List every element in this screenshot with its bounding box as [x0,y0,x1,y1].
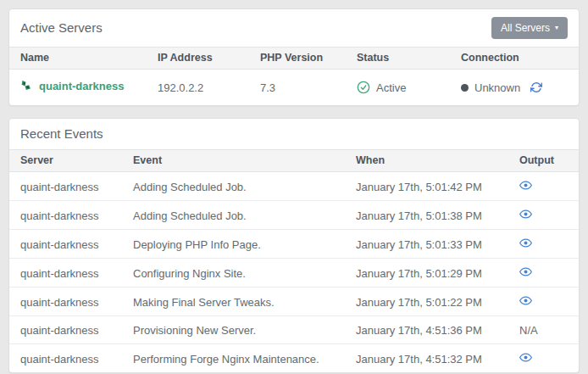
col-header-when: When [345,150,508,172]
event-row: quaint-darkness Making Final Server Twea… [9,287,579,316]
col-header-event: Event [122,150,345,172]
event-row: quaint-darkness Configuring Nginx Site. … [9,259,579,287]
event-server-cell: quaint-darkness [9,287,122,316]
event-server-cell: quaint-darkness [9,201,122,230]
view-output-button[interactable] [519,180,532,191]
event-output-cell [508,287,579,316]
event-row: quaint-darkness Adding Scheduled Job. Ja… [9,201,579,230]
col-header-status: Status [346,47,450,70]
connection-unknown-dot-icon [461,84,469,92]
event-server-cell: quaint-darkness [9,316,122,344]
view-output-button[interactable] [519,295,532,306]
server-name-link[interactable]: quaint-darkness [20,80,124,92]
event-when-cell: January 17th, 4:51:36 PM [345,316,508,344]
event-output-cell [508,230,579,259]
event-when-cell: January 17th, 5:01:42 PM [345,172,508,201]
active-servers-header-row: Name IP Address PHP Version Status Conne… [9,47,579,70]
event-output-cell [508,172,579,201]
event-description-cell: Deploying PHP Info Page. [122,230,345,259]
event-row: quaint-darkness Performing Forge Nginx M… [9,344,579,373]
col-header-php-version: PHP Version [249,47,346,70]
event-description-cell: Provisioning New Server. [122,316,345,344]
active-servers-panel: Active Servers All Servers ▾ Name IP Add… [8,8,580,106]
server-status-cell: Active [346,70,450,106]
event-row: quaint-darkness Adding Scheduled Job. Ja… [9,172,579,201]
event-output-cell [508,344,579,373]
event-description-cell: Adding Scheduled Job. [122,201,345,230]
server-connection-cell: Unknown [450,70,579,106]
view-output-button[interactable] [519,209,532,220]
check-circle-icon [357,81,370,94]
server-connection-label: Unknown [474,81,520,94]
eye-icon [519,209,532,220]
server-ip-cell: 192.0.2.2 [147,70,249,106]
active-servers-title: Active Servers [20,20,103,36]
active-servers-tbody: quaint-darkness 192.0.2.2 7.3 Active Unk… [9,70,579,106]
recent-events-table: Server Event When Output quaint-darkness… [9,149,579,372]
event-when-cell: January 17th, 5:01:29 PM [345,259,508,287]
eye-icon [519,352,532,363]
event-when-cell: January 17th, 5:01:38 PM [345,201,508,230]
caret-down-icon: ▾ [555,25,558,31]
event-output-na: N/A [519,324,538,337]
view-output-button[interactable] [519,266,532,277]
dashboard-page: Active Servers All Servers ▾ Name IP Add… [0,0,588,374]
server-php-cell: 7.3 [249,70,346,106]
event-row: quaint-darkness Provisioning New Server.… [9,316,579,344]
view-output-button[interactable] [519,237,532,248]
eye-icon [519,237,532,248]
event-server-cell: quaint-darkness [9,344,122,373]
eye-icon [519,180,532,191]
refresh-connection-button[interactable] [530,81,542,93]
server-provider-icon [20,80,31,92]
refresh-icon [530,81,542,93]
col-header-server: Server [9,150,122,172]
event-server-cell: quaint-darkness [9,172,122,201]
event-server-cell: quaint-darkness [9,259,122,287]
event-description-cell: Adding Scheduled Job. [122,172,345,201]
eye-icon [519,266,532,277]
col-header-ip-address: IP Address [147,47,249,70]
event-output-cell [508,259,579,287]
recent-events-title: Recent Events [20,126,103,142]
event-when-cell: January 17th, 5:01:22 PM [345,287,508,316]
active-servers-header: Active Servers All Servers ▾ [9,9,579,47]
all-servers-filter-label: All Servers [501,22,550,34]
active-servers-table: Name IP Address PHP Version Status Conne… [9,47,579,105]
eye-icon [519,295,532,306]
col-header-connection: Connection [450,47,579,70]
event-description-cell: Configuring Nginx Site. [122,259,345,287]
recent-events-header-row: Server Event When Output [9,150,579,172]
recent-events-tbody: quaint-darkness Adding Scheduled Job. Ja… [9,172,579,373]
event-when-cell: January 17th, 4:51:32 PM [345,344,508,373]
server-name-cell: quaint-darkness [9,70,147,106]
recent-events-panel: Recent Events Server Event When Output q… [8,118,580,373]
event-output-cell [508,201,579,230]
view-output-button[interactable] [519,352,532,363]
all-servers-filter-button[interactable]: All Servers ▾ [491,17,568,39]
event-row: quaint-darkness Deploying PHP Info Page.… [9,230,579,259]
event-description-cell: Performing Forge Nginx Maintenance. [122,344,345,373]
event-when-cell: January 17th, 5:01:33 PM [345,230,508,259]
col-header-name: Name [9,47,147,70]
event-output-cell: N/A [508,316,579,344]
server-name-label: quaint-darkness [39,80,124,92]
active-server-row: quaint-darkness 192.0.2.2 7.3 Active Unk… [9,70,579,106]
server-status-label: Active [376,81,406,94]
col-header-output: Output [508,150,579,172]
event-description-cell: Making Final Server Tweaks. [122,287,345,316]
event-server-cell: quaint-darkness [9,230,122,259]
recent-events-header: Recent Events [9,119,579,149]
